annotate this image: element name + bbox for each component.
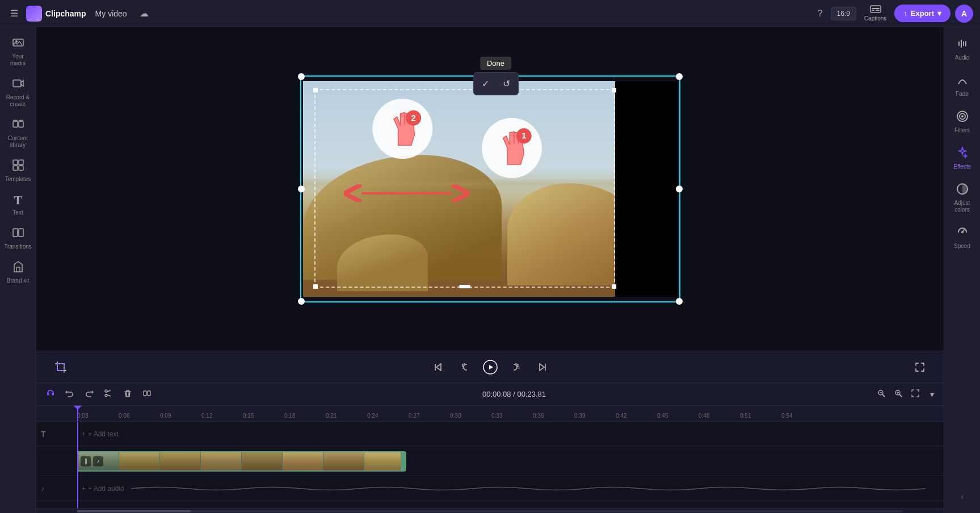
resize-handle-bl[interactable] xyxy=(298,298,305,305)
resize-handle-br[interactable] xyxy=(676,298,683,305)
right-sidebar-audio[interactable]: Audio xyxy=(947,32,978,67)
skip-back-button[interactable] xyxy=(428,357,449,377)
resize-handle-tr[interactable] xyxy=(676,73,683,80)
text-track-label: T xyxy=(36,430,77,439)
sidebar-item-your-media[interactable]: Your media xyxy=(2,32,34,72)
record-create-icon xyxy=(12,77,24,92)
selection-border xyxy=(300,75,680,302)
zoom-out-button[interactable] xyxy=(874,386,889,402)
svg-rect-3 xyxy=(872,8,880,9)
play-button[interactable] xyxy=(478,355,502,379)
zoom-group xyxy=(874,386,923,402)
crop-icon xyxy=(54,361,67,373)
done-confirm-button[interactable]: ✓ xyxy=(476,75,495,92)
fade-right-icon xyxy=(956,74,969,89)
split-button[interactable] xyxy=(140,386,154,402)
done-reset-button[interactable]: ↺ xyxy=(497,75,516,92)
sidebar-item-content-library[interactable]: Content library xyxy=(2,113,34,153)
sidebar-item-transitions[interactable]: Transitions xyxy=(2,222,34,255)
fullscreen-button[interactable] xyxy=(910,357,930,377)
right-sidebar-fade[interactable]: Fade xyxy=(947,68,978,103)
sidebar-item-brand-kit[interactable]: Brand kit xyxy=(2,256,34,289)
skip-forward-icon xyxy=(536,361,548,373)
video-thumb-8 xyxy=(364,452,405,470)
crop-mode-button[interactable] xyxy=(50,356,71,378)
sidebar-item-record-create[interactable]: Record & create xyxy=(2,73,34,112)
aspect-ratio-badge[interactable]: 16:9 xyxy=(831,7,856,20)
audio-right-icon xyxy=(956,37,969,53)
rewind-icon: 5 xyxy=(458,361,469,373)
skip-back-icon xyxy=(433,361,444,373)
controls-bar: 5 5 xyxy=(36,351,944,382)
waveform-svg xyxy=(131,483,926,494)
add-audio-icon: + xyxy=(82,485,86,493)
add-text-label: + Add text xyxy=(88,430,119,438)
forward-button[interactable]: 5 xyxy=(507,357,527,377)
zoom-in-button[interactable] xyxy=(891,386,906,402)
audio-waveform xyxy=(131,483,944,494)
svg-rect-16 xyxy=(19,229,23,237)
brand-kit-icon xyxy=(12,260,24,276)
done-label: Done xyxy=(480,57,511,70)
video-thumb-4 xyxy=(201,452,242,470)
magnetic-snap-icon xyxy=(46,389,55,398)
scroll-thumb[interactable] xyxy=(77,510,191,512)
add-audio-button[interactable]: + + Add audio xyxy=(77,482,129,495)
playhead-line xyxy=(77,422,78,508)
right-sidebar-effects[interactable]: Effects xyxy=(947,141,978,176)
done-tooltip: Done ✓ ↺ xyxy=(473,57,519,95)
video-preview: Done ✓ ↺ xyxy=(36,27,944,351)
timeline-ruler: 0:03 0:06 0:09 0:12 0:15 0:18 0:21 0:24 … xyxy=(36,406,944,422)
user-avatar[interactable]: A xyxy=(955,5,973,23)
video-track-controls: ‖ ♪ xyxy=(81,456,103,466)
logo-icon xyxy=(26,6,42,22)
help-button[interactable]: ? xyxy=(814,5,826,22)
sidebar-item-templates[interactable]: Templates xyxy=(2,154,34,187)
audio-track-row: ♪ + + Add audio xyxy=(36,476,944,501)
export-button[interactable]: ↑ Export ▾ xyxy=(894,5,950,22)
scroll-track[interactable] xyxy=(77,510,903,512)
cut-button[interactable] xyxy=(101,386,116,402)
resize-handle-tl[interactable] xyxy=(298,73,305,80)
video-track-content[interactable]: ‖ ♪ xyxy=(77,447,944,476)
fit-timeline-button[interactable] xyxy=(908,386,923,402)
fullscreen-icon xyxy=(914,361,926,373)
clip-end-handle[interactable] xyxy=(401,452,405,470)
right-sidebar-collapse-group: ‹ xyxy=(958,485,966,508)
svg-rect-12 xyxy=(19,160,23,165)
right-sidebar-speed[interactable]: Speed xyxy=(947,220,978,255)
right-sidebar-collapse-button[interactable]: ‹ xyxy=(958,489,966,504)
skip-forward-button[interactable] xyxy=(532,357,552,377)
add-audio-label: + Add audio xyxy=(88,485,124,493)
export-label: Export xyxy=(911,9,934,18)
export-icon: ↑ xyxy=(903,9,907,18)
effects-right-label: Effects xyxy=(953,163,970,170)
delete-button[interactable] xyxy=(120,386,135,402)
magnetic-snap-button[interactable] xyxy=(43,386,58,402)
captions-button[interactable]: Captions xyxy=(861,3,890,24)
svg-line-35 xyxy=(882,394,885,397)
cloud-save-icon[interactable]: ☁ xyxy=(136,5,152,22)
undo-button[interactable] xyxy=(62,386,77,402)
resize-handle-ml[interactable] xyxy=(298,186,305,192)
track-mute-button[interactable]: ‖ xyxy=(81,456,91,466)
brand-kit-label: Brand kit xyxy=(7,277,29,284)
effects-right-icon xyxy=(956,146,969,162)
video-title[interactable]: My video xyxy=(91,7,132,20)
resize-handle-mr[interactable] xyxy=(676,186,683,192)
sidebar-item-text[interactable]: T Text xyxy=(2,188,34,221)
video-clip[interactable]: ‖ ♪ xyxy=(77,451,406,472)
right-sidebar-filters[interactable]: Filters xyxy=(947,104,978,140)
right-sidebar-adjust-colors[interactable]: Adjust colors xyxy=(947,177,978,219)
add-text-button[interactable]: + + Add text xyxy=(77,428,123,440)
redo-button[interactable] xyxy=(82,386,96,402)
timeline-collapse-button[interactable]: ▾ xyxy=(927,387,937,402)
rewind-button[interactable]: 5 xyxy=(453,357,474,377)
track-volume-button[interactable]: ♪ xyxy=(93,456,103,466)
text-track-row: T + + Add text xyxy=(36,422,944,447)
text-label: Text xyxy=(12,209,23,216)
menu-button[interactable]: ☰ xyxy=(7,5,22,22)
svg-rect-7 xyxy=(13,121,18,127)
timeline-tracks: T + + Add text xyxy=(36,422,944,508)
play-icon xyxy=(483,360,498,375)
